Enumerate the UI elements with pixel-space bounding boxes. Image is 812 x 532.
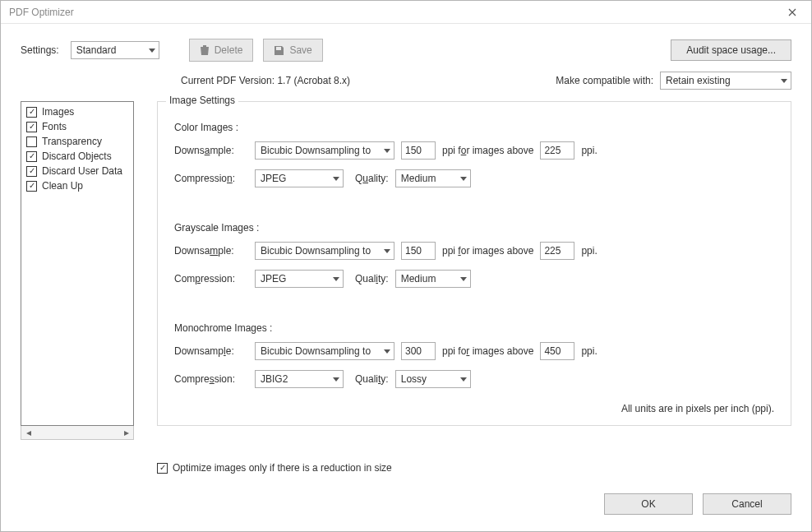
grayscale-downsample-row: Downsample: Bicubic Downsampling to 150 … <box>174 242 774 260</box>
window-title: PDF Optimizer <box>9 7 74 18</box>
chevron-down-icon <box>781 79 787 83</box>
grayscale-above-input[interactable]: 225 <box>540 242 574 260</box>
scroll-left-icon[interactable]: ◂ <box>21 426 35 439</box>
close-icon <box>788 8 796 16</box>
ppi-suffix: ppi. <box>581 345 597 357</box>
sidebar-item-discard-objects[interactable]: ✓ Discard Objects <box>25 149 130 164</box>
delete-button[interactable]: Delete <box>189 39 254 62</box>
color-quality-select[interactable]: Medium <box>395 169 471 187</box>
color-above-input[interactable]: 225 <box>540 141 574 160</box>
trash-icon <box>200 44 210 56</box>
quality-label: Quality: <box>355 373 389 385</box>
ppi-above-label: ppi for images above <box>442 245 533 257</box>
sidebar-item-images[interactable]: ✓ Images <box>25 104 130 119</box>
grayscale-compression-select[interactable]: JPEG <box>255 270 344 288</box>
ppi-suffix: ppi. <box>581 245 597 257</box>
color-downsample-select[interactable]: Bicubic Downsampling to <box>255 141 394 160</box>
checkbox-icon[interactable]: ✓ <box>157 463 168 474</box>
save-button[interactable]: Save <box>263 39 322 62</box>
chevron-down-icon <box>460 277 467 281</box>
monochrome-ppi-input[interactable]: 300 <box>401 342 436 360</box>
quality-label: Quality: <box>355 273 389 285</box>
grayscale-quality-select[interactable]: Medium <box>395 270 471 288</box>
sidebar-item-label: Clean Up <box>42 179 83 192</box>
sidebar-item-label: Discard Objects <box>42 150 112 163</box>
monochrome-images-heading: Monochrome Images : <box>174 322 774 334</box>
pdf-optimizer-window: PDF Optimizer Settings: Standard Delete … <box>0 0 812 532</box>
sidebar-item-label: Fonts <box>42 120 67 133</box>
audit-space-button[interactable]: Audit space usage... <box>671 39 791 61</box>
sidebar-item-discard-user-data[interactable]: ✓ Discard User Data <box>25 164 130 178</box>
checkbox-icon[interactable]: ✓ <box>26 166 37 177</box>
checkbox-icon[interactable]: ✓ <box>26 107 37 118</box>
compression-label: Compression: <box>174 273 248 285</box>
downsample-label: Downsample: <box>174 145 248 156</box>
checkbox-icon[interactable]: ✓ <box>26 181 37 192</box>
monochrome-downsample-row: Downsample: Bicubic Downsampling to 300 … <box>174 342 774 360</box>
grayscale-ppi-input[interactable]: 150 <box>401 242 436 260</box>
scroll-right-icon[interactable]: ▸ <box>119 426 133 439</box>
downsample-label: Downsample: <box>174 245 248 257</box>
toolbar: Settings: Standard Delete Save Audit spa… <box>1 24 811 67</box>
color-compression-select[interactable]: JPEG <box>255 169 344 187</box>
compat-dropdown[interactable]: Retain existing <box>660 72 791 90</box>
chevron-down-icon <box>333 177 339 181</box>
sidebar-wrapper: ✓ Images ✓ Fonts Transparency ✓ Discard … <box>21 101 134 440</box>
dialog-buttons: OK Cancel <box>1 474 811 531</box>
ppi-above-label: ppi for images above <box>442 345 533 357</box>
delete-label: Delete <box>215 44 243 56</box>
chevron-down-icon <box>460 177 467 181</box>
sidebar-item-clean-up[interactable]: ✓ Clean Up <box>25 178 130 193</box>
sidebar-item-fonts[interactable]: ✓ Fonts <box>25 119 130 134</box>
settings-value: Standard <box>76 44 145 56</box>
chevron-down-icon <box>333 277 339 281</box>
compression-label: Compression: <box>174 173 248 184</box>
checkbox-icon[interactable]: ✓ <box>26 151 37 162</box>
ppi-above-label: ppi for images above <box>442 145 533 156</box>
optimize-label: Optimize images only if there is a reduc… <box>173 462 392 474</box>
checkbox-icon[interactable]: ✓ <box>26 122 37 132</box>
chevron-down-icon <box>384 249 390 253</box>
ok-label: OK <box>641 498 655 510</box>
settings-label: Settings: <box>21 44 59 56</box>
monochrome-compression-select[interactable]: JBIG2 <box>255 370 344 388</box>
monochrome-quality-select[interactable]: Lossy <box>395 370 471 388</box>
ok-button[interactable]: OK <box>604 493 693 515</box>
sidebar-item-label: Discard User Data <box>42 164 122 178</box>
units-note: All units are in pixels per inch (ppi). <box>174 403 774 414</box>
title-bar: PDF Optimizer <box>1 1 811 24</box>
color-ppi-input[interactable]: 150 <box>401 141 436 160</box>
color-compression-row: Compression: JPEG Quality: Medium <box>174 169 774 187</box>
cancel-button[interactable]: Cancel <box>703 493 791 515</box>
category-list: ✓ Images ✓ Fonts Transparency ✓ Discard … <box>21 101 134 426</box>
audit-label: Audit space usage... <box>686 44 776 56</box>
body: ✓ Images ✓ Fonts Transparency ✓ Discard … <box>1 101 811 454</box>
color-downsample-row: Downsample: Bicubic Downsampling to 150 … <box>174 141 774 160</box>
monochrome-above-input[interactable]: 450 <box>540 342 574 360</box>
chevron-down-icon <box>384 149 390 153</box>
quality-label: Quality: <box>355 173 389 184</box>
grayscale-images-heading: Grayscale Images : <box>174 222 774 234</box>
optimize-only-if-reduction[interactable]: ✓ Optimize images only if there is a red… <box>157 462 811 474</box>
sidebar-item-transparency[interactable]: Transparency <box>25 134 130 149</box>
chevron-down-icon <box>149 49 155 53</box>
cancel-label: Cancel <box>731 498 762 510</box>
color-images-heading: Color Images : <box>174 122 774 133</box>
compat-value: Retain existing <box>666 75 777 86</box>
downsample-label: Downsample: <box>174 345 248 357</box>
version-row: Current PDF Version: 1.7 (Acrobat 8.x) M… <box>1 67 811 101</box>
image-settings-fieldset: Image Settings Color Images : Downsample… <box>157 101 791 426</box>
sidebar-scrollbar[interactable]: ◂ ▸ <box>21 426 134 440</box>
grayscale-compression-row: Compression: JPEG Quality: Medium <box>174 270 774 288</box>
close-button[interactable] <box>773 1 811 23</box>
compression-label: Compression: <box>174 373 248 385</box>
sidebar-item-label: Images <box>42 105 74 118</box>
monochrome-downsample-select[interactable]: Bicubic Downsampling to <box>255 342 394 360</box>
current-version-label: Current PDF Version: 1.7 (Acrobat 8.x) <box>181 75 350 86</box>
grayscale-downsample-select[interactable]: Bicubic Downsampling to <box>255 242 394 260</box>
compat-label: Make compatible with: <box>556 75 653 86</box>
checkbox-icon[interactable] <box>26 136 37 147</box>
sidebar-item-label: Transparency <box>42 135 102 148</box>
settings-dropdown[interactable]: Standard <box>71 41 159 59</box>
save-label: Save <box>289 44 311 56</box>
